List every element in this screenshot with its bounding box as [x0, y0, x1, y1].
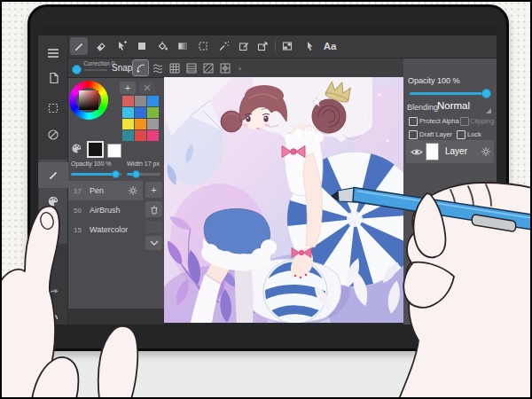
layer-opacity-label: Opacity 100 % [408, 76, 460, 85]
plus-label: + [151, 184, 156, 195]
brush-up-button[interactable] [145, 221, 162, 233]
wand-tool-button[interactable] [215, 37, 232, 55]
correction-label: Correction 0 [83, 60, 114, 66]
edit-tool-button[interactable] [235, 37, 253, 55]
swatch[interactable] [147, 119, 159, 129]
snap-off-button[interactable] [133, 60, 148, 75]
canvas-artwork[interactable] [164, 77, 403, 323]
draft-layer-checkbox[interactable] [409, 130, 418, 139]
clipping-checkbox[interactable] [460, 117, 469, 126]
add-layer-button[interactable]: + [411, 301, 426, 317]
blending-label: Blending [407, 103, 438, 112]
layer-thumbnail[interactable] [426, 143, 439, 160]
layer-panel [403, 59, 497, 325]
text-tool-button[interactable]: Aa [321, 37, 339, 55]
left-toolstrip [38, 35, 68, 325]
brush-row-airbrush[interactable]: 50 AirBrush [68, 200, 143, 220]
snap-parallel-button[interactable] [150, 60, 165, 75]
filled-square-icon [136, 40, 148, 52]
brush-opacity-knob[interactable] [112, 170, 120, 178]
selection-button[interactable] [38, 98, 68, 119]
correction-track[interactable] [84, 69, 107, 71]
palette-icon [47, 195, 59, 207]
layers-icon [47, 222, 59, 234]
layer-name: Layer [445, 146, 467, 156]
brush-name: AirBrush [90, 206, 143, 215]
bucket-tool-button[interactable] [153, 37, 171, 55]
circle-slash-icon [47, 129, 59, 141]
swatch[interactable] [135, 130, 146, 141]
delete-swatch-button[interactable] [139, 82, 155, 94]
swatch[interactable] [135, 119, 146, 129]
add-swatch-button[interactable]: + [120, 82, 136, 94]
gear-icon[interactable] [128, 185, 138, 196]
undo-arrow-icon [47, 310, 59, 321]
brush-width-slider-rest[interactable] [137, 173, 160, 176]
split-view-button[interactable] [278, 37, 296, 55]
move-tool-button[interactable] [113, 37, 130, 55]
swatch[interactable] [135, 96, 146, 106]
snap-corner-icon [136, 63, 146, 74]
status-strip [38, 25, 497, 35]
select-tool-button[interactable] [194, 37, 212, 55]
snap-grid-button[interactable] [167, 60, 182, 75]
swatch[interactable] [122, 130, 134, 141]
deselect-button[interactable] [38, 124, 68, 145]
brush-row-watercolor[interactable]: 15 Watercolor [68, 220, 143, 239]
brush-opacity-label: Opacity 100 % [71, 160, 112, 167]
eye-icon[interactable] [411, 147, 423, 157]
layers-panel-toggle[interactable] [38, 217, 68, 239]
new-document-button[interactable] [38, 67, 68, 89]
delete-brush-button[interactable] [145, 201, 162, 217]
hamburger-icon [47, 48, 59, 59]
export-button[interactable] [254, 37, 271, 55]
swatch[interactable] [122, 119, 134, 129]
swatch[interactable] [147, 107, 159, 118]
pointer-icon [303, 40, 316, 52]
gear-icon[interactable] [481, 146, 491, 157]
pen-tool-button[interactable] [70, 37, 88, 55]
snap-lines-button[interactable] [184, 60, 199, 75]
horizontal-lines-icon [186, 63, 197, 74]
shape-tool-button[interactable] [133, 37, 151, 55]
gradient-tool-button[interactable] [174, 37, 192, 55]
foreground-color-chip[interactable] [87, 141, 104, 158]
layer-row[interactable]: Layer [406, 140, 494, 163]
brush-row-pen[interactable]: 17 Pen [68, 181, 143, 200]
saturation-value-box[interactable] [79, 90, 98, 110]
close-icon [144, 84, 151, 91]
move-cursor-icon [115, 40, 128, 52]
layer-opacity-knob[interactable] [481, 89, 491, 98]
merge-layer-button[interactable] [453, 301, 469, 317]
snap-cross-button[interactable] [200, 60, 215, 75]
protect-alpha-checkbox[interactable] [409, 117, 418, 126]
color-panel-toggle[interactable] [38, 191, 68, 212]
lock-checkbox[interactable] [457, 130, 466, 139]
menu-button[interactable] [38, 43, 68, 64]
secondary-toolbar: Correction 0 Snap [68, 59, 403, 78]
pointer-tool-button[interactable] [301, 37, 318, 55]
redo-button[interactable] [38, 281, 68, 302]
swatch[interactable] [122, 96, 134, 106]
swatch[interactable] [147, 130, 159, 141]
marquee-icon [197, 40, 209, 52]
background-color-chip[interactable] [107, 144, 121, 158]
brush-opacity-slider[interactable] [71, 173, 117, 176]
illustration-stage: Aa [0, 0, 532, 399]
swatch[interactable] [135, 107, 146, 118]
correction-knob[interactable] [72, 65, 82, 74]
brush-more-button[interactable] [145, 236, 162, 250]
undo-button[interactable] [38, 305, 68, 325]
tablet-screen: Aa [38, 25, 497, 325]
brush-size: 17 [74, 187, 86, 195]
brush-width-knob[interactable] [132, 170, 140, 178]
delete-layer-button[interactable] [432, 301, 448, 317]
layer-opacity-slider[interactable] [410, 92, 488, 95]
swatch[interactable] [147, 96, 159, 106]
eraser-tool-button[interactable] [91, 37, 109, 55]
blending-select[interactable]: Normal [437, 100, 470, 111]
swatch[interactable] [122, 107, 134, 118]
add-brush-button[interactable]: + [145, 182, 162, 198]
snap-radial-button[interactable] [217, 60, 232, 75]
brush-panel-toggle[interactable] [38, 164, 68, 185]
